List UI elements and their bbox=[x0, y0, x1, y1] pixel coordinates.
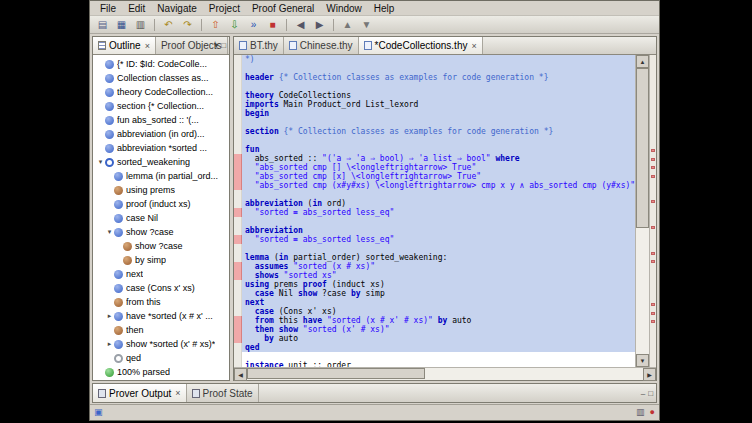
menu-item-edit[interactable]: Edit bbox=[122, 2, 151, 15]
outline-item-100-parsed[interactable]: 100% parsed bbox=[93, 365, 229, 379]
outline-item-theory-codecollection[interactable]: theory CodeCollection... bbox=[93, 85, 229, 99]
menu-item-file[interactable]: File bbox=[94, 2, 122, 15]
undo-button[interactable]: ↶ bbox=[160, 17, 177, 32]
outline-item-show-case[interactable]: ▾show ?case bbox=[93, 225, 229, 239]
menu-item-project[interactable]: Project bbox=[203, 2, 246, 15]
forward-history-button[interactable]: ▶ bbox=[311, 17, 328, 32]
overview-marker-icon[interactable] bbox=[651, 166, 655, 169]
outline-item-abbreviation-in-ord[interactable]: abbreviation (in ord)... bbox=[93, 127, 229, 141]
editor-tab-codecollections-thy[interactable]: *CodeCollections.thy× bbox=[359, 37, 483, 54]
menu-item-help[interactable]: Help bbox=[368, 2, 401, 15]
outline-item-then[interactable]: then bbox=[93, 323, 229, 337]
chevron-right-icon[interactable]: ▸ bbox=[105, 340, 114, 348]
horizontal-scrollbar[interactable]: ◀ ▶ bbox=[234, 367, 656, 380]
scroll-up-arrow-icon[interactable]: ▲ bbox=[636, 55, 649, 68]
proof-interrupt-button[interactable]: ■ bbox=[264, 17, 281, 32]
perspective-icon[interactable]: ▣ bbox=[94, 408, 103, 417]
scroll-left-arrow-icon[interactable]: ◀ bbox=[234, 368, 247, 381]
outline-item-from-this[interactable]: from this bbox=[93, 295, 229, 309]
maximize-icon[interactable]: □ bbox=[648, 389, 653, 398]
scroll-down-arrow-icon[interactable]: ▼ bbox=[636, 354, 649, 367]
tasks-icon[interactable]: ▥ bbox=[636, 408, 645, 417]
outline-item-by-simp[interactable]: by simp bbox=[93, 253, 229, 267]
outline-item-proof-induct-xs[interactable]: proof (induct xs) bbox=[93, 197, 229, 211]
close-icon[interactable]: × bbox=[174, 388, 180, 398]
overview-marker-icon[interactable] bbox=[651, 260, 655, 263]
overview-marker-icon[interactable] bbox=[651, 175, 655, 178]
proof-undo-button[interactable]: ⇧ bbox=[207, 17, 224, 32]
outline-item-id-id-codecolle[interactable]: {* ID: $Id: CodeColle... bbox=[93, 57, 229, 71]
vertical-scrollbar[interactable]: ▲ ▼ bbox=[635, 55, 649, 367]
proof-goto-button[interactable]: » bbox=[245, 17, 262, 32]
redo-button[interactable]: ↷ bbox=[179, 17, 196, 32]
overview-marker-icon[interactable] bbox=[651, 252, 655, 255]
scroll-right-arrow-icon[interactable]: ▶ bbox=[643, 368, 656, 381]
outline-item-collection-classes-as[interactable]: Collection classes as... bbox=[93, 71, 229, 85]
maximize-icon[interactable]: □ bbox=[221, 41, 226, 50]
outline-item-fun-abs-sorted[interactable]: fun abs_sorted :: '(... bbox=[93, 113, 229, 127]
outline-item-sorted-weakening[interactable]: ▾sorted_weakening bbox=[93, 155, 229, 169]
outline-item-next[interactable]: next bbox=[93, 267, 229, 281]
overview-marker-icon[interactable] bbox=[651, 312, 655, 315]
tree-node-icon bbox=[114, 214, 123, 223]
bottom-tab-prover-output[interactable]: Prover Output× bbox=[93, 384, 187, 402]
tree-node-label: fun abs_sorted :: '(... bbox=[117, 115, 199, 125]
chevron-right-icon[interactable]: ▸ bbox=[105, 312, 114, 320]
editor-code-area[interactable]: *)header {* Collection classes as exampl… bbox=[234, 55, 656, 367]
scrollbar-track[interactable] bbox=[247, 368, 643, 380]
prev-annotation-button[interactable]: ▲ bbox=[339, 17, 356, 32]
outline-item-qed[interactable]: qed bbox=[93, 351, 229, 365]
code-line bbox=[234, 64, 635, 73]
code-token bbox=[245, 325, 255, 334]
menu-item-window[interactable]: Window bbox=[320, 2, 368, 15]
menu-item-proof-general[interactable]: Proof General bbox=[246, 2, 320, 15]
save-button[interactable]: ▦ bbox=[113, 17, 130, 32]
view-menu-icon[interactable]: ▾ bbox=[214, 41, 218, 50]
outline-item-abbreviation-sorted[interactable]: abbreviation *sorted ... bbox=[93, 141, 229, 155]
proof-next-button[interactable]: ⇩ bbox=[226, 17, 243, 32]
outline-item-lemma-in-partial-ord[interactable]: lemma (in partial_ord... bbox=[93, 169, 229, 183]
outline-tab-outline[interactable]: Outline× bbox=[93, 37, 156, 54]
editor-tab-chinese-thy[interactable]: Chinese.thy bbox=[284, 37, 359, 54]
chevron-down-icon[interactable]: ▾ bbox=[96, 158, 105, 166]
close-icon[interactable]: × bbox=[470, 41, 476, 51]
code-token: {* Collection classes as examples for co… bbox=[284, 127, 554, 136]
next-annotation-button[interactable]: ▼ bbox=[358, 17, 375, 32]
outline-item-show-case[interactable]: show ?case bbox=[93, 239, 229, 253]
chevron-down-icon[interactable]: ▾ bbox=[105, 228, 114, 236]
close-icon[interactable]: × bbox=[144, 41, 150, 51]
overview-marker-icon[interactable] bbox=[651, 149, 655, 152]
outline-item-section-collection[interactable]: section {* Collection... bbox=[93, 99, 229, 113]
print-button[interactable]: ▥ bbox=[132, 17, 149, 32]
minimize-icon[interactable]: – bbox=[641, 389, 645, 398]
code-line: lemma (in partial_order) sorted_weakenin… bbox=[234, 253, 635, 262]
code-line-text: by auto bbox=[242, 334, 635, 343]
outline-item-using-prems[interactable]: using prems bbox=[93, 183, 229, 197]
code-line-text: imports Main Product_ord List_lexord bbox=[242, 100, 635, 109]
overview-marker-icon[interactable] bbox=[651, 200, 655, 203]
code-line-text: using prems proof (induct xs) bbox=[242, 280, 635, 289]
overview-marker-icon[interactable] bbox=[651, 226, 655, 229]
gutter-cell bbox=[234, 190, 242, 199]
scrollbar-thumb[interactable] bbox=[636, 68, 649, 228]
tab-label: Outline bbox=[109, 40, 141, 51]
outline-item-case-nil[interactable]: case Nil bbox=[93, 211, 229, 225]
bottom-tab-proof-state[interactable]: Proof State bbox=[187, 384, 259, 402]
scrollbar-thumb[interactable] bbox=[247, 368, 425, 379]
back-history-button[interactable]: ◀ bbox=[292, 17, 309, 32]
menu-item-navigate[interactable]: Navigate bbox=[151, 2, 202, 15]
editor-tab-bt-thy[interactable]: BT.thy bbox=[234, 37, 284, 54]
outline-item-show-sorted-x-xs[interactable]: ▸show *sorted (x' # xs)* bbox=[93, 337, 229, 351]
code-line-text bbox=[242, 244, 635, 253]
tree-node-icon bbox=[105, 102, 114, 111]
new-wizard-button[interactable]: ▤ bbox=[94, 17, 111, 32]
gutter-cell bbox=[234, 343, 242, 352]
overview-marker-icon[interactable] bbox=[651, 320, 655, 323]
outline-item-have-sorted-x-x[interactable]: ▸have *sorted (x # x' ... bbox=[93, 309, 229, 323]
outline-item-case-cons-x-xs[interactable]: case (Cons x' xs) bbox=[93, 281, 229, 295]
scrollbar-track[interactable] bbox=[636, 68, 649, 354]
progress-icon[interactable]: ● bbox=[650, 408, 655, 417]
overview-marker-icon[interactable] bbox=[651, 303, 655, 306]
code-token: next bbox=[245, 298, 264, 307]
overview-marker-icon[interactable] bbox=[651, 158, 655, 161]
